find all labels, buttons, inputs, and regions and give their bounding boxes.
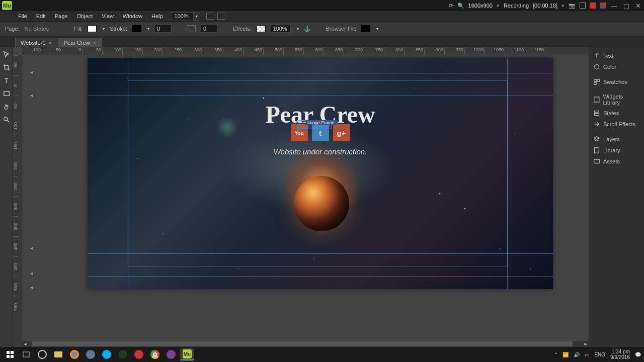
zoom-combo[interactable]: 100% ▾ (171, 12, 200, 21)
panel-assets[interactable]: Assets (589, 156, 644, 167)
close-icon[interactable]: × (93, 40, 96, 46)
tray-clock[interactable]: 1:34 pm9/9/2016 (610, 349, 630, 360)
stop-button[interactable] (600, 3, 606, 9)
stroke-width[interactable] (154, 25, 172, 33)
anchor-icon[interactable]: ⚓ (304, 26, 311, 32)
svg-rect-6 (594, 97, 599, 102)
options-bar: Page: No States Fill: ▾ Stroke: ▾ Effect… (0, 21, 644, 36)
fill-swatch[interactable] (88, 25, 97, 32)
design-page[interactable]: Pear Crew You t g+ Website under constru… (88, 58, 553, 289)
zoom-value[interactable]: 100% (171, 12, 193, 20)
tray-lang[interactable]: ENG (594, 352, 605, 357)
menubar: File Edit Page Object View Window Help 1… (0, 11, 644, 21)
search-icon[interactable]: 🔍 (457, 3, 464, 9)
muse-icon[interactable]: Mu (180, 348, 194, 360)
effects-swatch[interactable] (257, 25, 266, 32)
chrome-icon[interactable] (148, 348, 162, 360)
svg-rect-15 (23, 352, 29, 357)
scroll-right[interactable]: ► (583, 341, 589, 347)
panel-swatches[interactable]: Swatches (589, 76, 644, 87)
tray-chevron-icon[interactable]: ˄ (555, 352, 557, 357)
corner-radius[interactable] (201, 25, 218, 33)
toolbar-icon-2[interactable] (217, 13, 225, 20)
hand-tool[interactable] (2, 102, 12, 112)
vertical-ruler: -50050100150200250300350400450500550 (13, 55, 22, 347)
tray-volume-icon[interactable]: 🔊 (574, 352, 580, 357)
panel-states[interactable]: States (589, 108, 644, 119)
horizontal-scrollbar[interactable] (22, 341, 583, 347)
panel-text[interactable]: Text (589, 50, 644, 61)
firefox-icon[interactable] (67, 348, 82, 360)
taskbar: Mu ˄ 📶 🔊 ▭ ENG 1:34 pm9/9/2016 💬 (0, 347, 644, 362)
titlebar: Mu ⟳ 🔍 1600x900 ▾ Recording [00:00.18] ▾… (0, 0, 644, 11)
skype-icon[interactable] (100, 348, 114, 360)
tray-battery-icon[interactable]: ▭ (585, 352, 589, 357)
app-icon-1[interactable] (84, 348, 98, 360)
page-subtitle[interactable]: Website under construction. (88, 147, 553, 156)
maximize-button[interactable]: ▢ (622, 2, 630, 10)
explorer-icon[interactable] (51, 348, 65, 360)
browser-fill-swatch[interactable] (361, 25, 370, 32)
task-view[interactable] (19, 348, 33, 360)
panel-layers[interactable]: Layers (589, 134, 644, 145)
close-icon[interactable]: × (48, 40, 51, 46)
tray-notifications-icon[interactable]: 💬 (635, 352, 641, 357)
selection-tool[interactable] (2, 49, 12, 59)
recorder-icon[interactable] (132, 348, 146, 360)
tab-pear-crew[interactable]: Pear Crew × (58, 38, 102, 47)
menu-file[interactable]: File (14, 13, 31, 19)
menu-help[interactable]: Help (147, 13, 167, 19)
text-tool[interactable]: T (2, 75, 12, 85)
panel-widgets[interactable]: Widgets Library (589, 92, 644, 108)
menu-view[interactable]: View (98, 13, 118, 19)
tray-network-icon[interactable]: 📶 (562, 352, 569, 357)
minimize-button[interactable]: — (610, 2, 618, 10)
menu-page[interactable]: Page (51, 13, 72, 19)
fill-label: Fill: (74, 26, 83, 32)
panels-dock: Text Color Swatches Widgets Library Stat… (589, 47, 644, 347)
tab-label: Website-1 (21, 40, 45, 46)
app-icon-2[interactable] (116, 348, 130, 360)
page-value[interactable]: No States (25, 26, 49, 32)
panel-color[interactable]: Color (589, 61, 644, 72)
panel-scroll-effects[interactable]: Scroll Effects (589, 119, 644, 130)
record-button[interactable] (580, 3, 586, 9)
menu-window[interactable]: Window (119, 13, 146, 19)
close-button[interactable]: ✕ (634, 2, 642, 10)
stroke-swatch[interactable] (132, 25, 141, 32)
toolbar-icon-1[interactable] (206, 13, 214, 20)
svg-rect-5 (594, 82, 596, 84)
menu-object[interactable]: Object (72, 13, 97, 19)
canvas-area[interactable]: -100-50050100150200250300350400450500550… (13, 47, 589, 347)
tools-panel: T (0, 47, 13, 347)
sync-icon[interactable]: ⟳ (449, 3, 453, 9)
effects-label: Effects: (233, 26, 251, 32)
selection-label: Image Frame (305, 120, 337, 125)
menu-edit[interactable]: Edit (32, 13, 50, 19)
panel-library[interactable]: Library (589, 145, 644, 156)
cortana-icon[interactable] (35, 348, 49, 360)
scroll-left[interactable]: ◄ (22, 341, 28, 347)
opacity-value[interactable]: 100% (271, 25, 291, 33)
rectangle-tool[interactable] (2, 88, 12, 99)
resolution-label: 1600x900 (468, 3, 493, 9)
app-icon-3[interactable] (164, 348, 178, 360)
horizontal-ruler: -100-50050100150200250300350400450500550… (22, 47, 589, 55)
planet-graphic (294, 176, 349, 231)
crop-tool[interactable] (2, 62, 12, 72)
svg-rect-10 (594, 160, 600, 163)
tab-website-1[interactable]: Website-1 × (15, 38, 57, 47)
start-button[interactable] (3, 348, 17, 360)
pause-button[interactable] (590, 3, 596, 9)
svg-rect-4 (597, 79, 599, 81)
corner-icon[interactable] (187, 25, 196, 32)
camera-icon[interactable]: 📷 (569, 3, 576, 9)
zoom-tool[interactable] (2, 115, 12, 125)
browser-fill-label: Browser Fill: (326, 26, 357, 32)
svg-rect-13 (7, 355, 10, 358)
zoom-dropdown-arrow[interactable]: ▾ (193, 12, 200, 21)
system-tray: ˄ 📶 🔊 ▭ ENG 1:34 pm9/9/2016 💬 (555, 349, 641, 360)
svg-rect-7 (595, 111, 599, 113)
googleplus-icon[interactable]: g+ (333, 124, 350, 141)
svg-rect-8 (595, 114, 599, 116)
